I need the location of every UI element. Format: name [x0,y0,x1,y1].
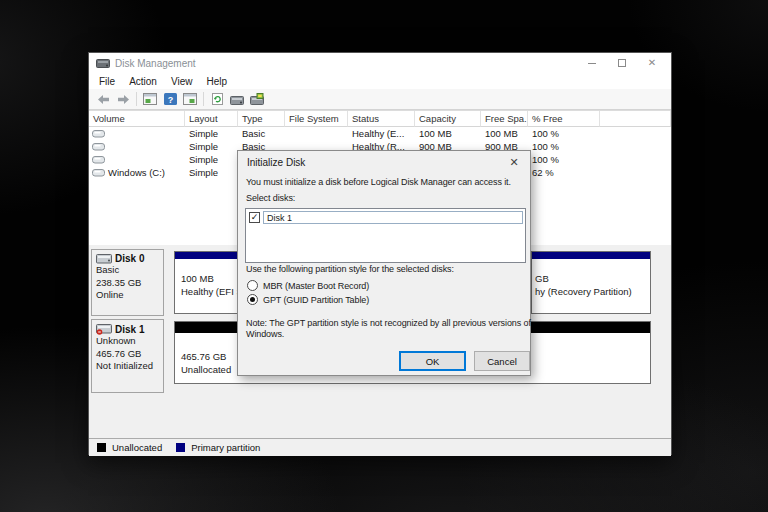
help-icon: ? [164,93,177,105]
table-cell: Simple [185,166,238,179]
column-header-capacity[interactable]: Capacity [415,111,481,127]
column-header-filler [600,111,671,127]
disk-listbox[interactable]: ✓ Disk 1 [245,208,526,263]
maximize-button[interactable] [607,53,637,73]
column-header-layout[interactable]: Layout [185,111,238,127]
disk-size: 465.76 GB [96,348,163,361]
disk-name: Disk 1 [115,324,144,335]
disk-drive-warning-icon [96,323,112,335]
checkbox-checked-icon[interactable]: ✓ [249,212,260,223]
maximize-icon [618,59,626,67]
radio-selected-icon [247,294,258,305]
disk-tools-icon [250,93,264,105]
disk-icon [230,94,244,105]
partition-efi[interactable]: 100 MB Healthy (EFI S [174,251,241,314]
table-cell [600,153,671,166]
disk-management-tools-button[interactable] [247,90,267,108]
disk-size: 238.35 GB [96,277,163,290]
column-header-type[interactable]: Type [238,111,285,127]
disk-drive-icon [96,253,112,264]
table-cell: 100 MB [415,127,481,140]
gpt-note: Note: The GPT partition style is not rec… [246,318,532,340]
table-cell: 100 % [528,153,600,166]
dialog-title: Initialize Disk [247,157,305,168]
svg-text:?: ? [167,95,173,105]
unallocated-swatch [97,443,106,452]
disk-status: Online [96,289,163,302]
column-header-status[interactable]: Status [348,111,415,127]
menu-view[interactable]: View [164,76,200,87]
disk-name: Disk 0 [115,253,144,264]
dialog-title-bar[interactable]: Initialize Disk [238,151,530,173]
disk-properties-button[interactable] [227,90,247,108]
table-cell: Simple [185,140,238,153]
dialog-close-button[interactable]: ✕ [506,154,522,170]
disk0-label-panel[interactable]: Disk 0 Basic 238.35 GB Online [91,249,164,316]
menu-action[interactable]: Action [122,76,164,87]
forward-button[interactable] [113,90,133,108]
show-action-pane-button[interactable] [180,90,200,108]
disk1-label-panel[interactable]: Disk 1 Unknown 465.76 GB Not Initialized [91,319,164,393]
table-cell [600,127,671,140]
partition-style-label: Use the following partition style for th… [246,264,531,274]
desktop-wallpaper: Disk Management ✕ File Action View Help [0,0,768,512]
forward-icon [117,94,130,105]
help-button[interactable]: ? [160,90,180,108]
legend-label: Primary partition [191,442,260,453]
toolbar: ? [89,89,671,110]
title-bar[interactable]: Disk Management ✕ [89,53,671,73]
menu-file[interactable]: File [92,76,122,87]
radio-unselected-icon [247,280,258,291]
table-cell: 100 MB [481,127,528,140]
initialize-disk-dialog: Initialize Disk ✕ You must initialize a … [237,150,531,376]
table-cell [600,166,671,179]
window-title: Disk Management [115,58,196,69]
refresh-button[interactable] [207,90,227,108]
radio-gpt[interactable]: GPT (GUID Partition Table) [247,294,369,305]
disk-status: Not Initialized [96,360,163,373]
select-disks-label: Select disks: [246,193,295,203]
column-header-pct-free[interactable]: % Free [528,111,600,127]
refresh-icon [211,93,224,105]
table-cell: 100 % [528,127,600,140]
table-cell: Simple [185,127,238,140]
partition-recovery[interactable]: GB hy (Recovery Partition) [531,251,651,314]
table-cell: 62 % [528,166,600,179]
column-header-free-space[interactable]: Free Spa... [481,111,528,127]
console-window-icon [143,93,157,105]
back-icon [97,94,110,105]
volume-icon [92,142,105,151]
toolbar-separator [203,92,204,106]
close-icon: ✕ [648,58,656,68]
minimize-button[interactable] [577,53,607,73]
table-cell [285,127,348,140]
table-cell [600,140,671,153]
radio-mbr[interactable]: MBR (Master Boot Record) [247,280,369,291]
partition-stripe [532,252,650,260]
list-item-disk1[interactable]: ✓ Disk 1 [247,210,524,225]
close-button[interactable]: ✕ [637,53,667,73]
legend-label: Unallocated [112,442,162,453]
disk-item-label: Disk 1 [263,211,523,224]
disk-type: Basic [96,264,163,277]
ok-button[interactable]: OK [399,351,466,371]
menu-bar: File Action View Help [89,73,671,89]
disk-type: Unknown [96,335,163,348]
close-icon: ✕ [509,156,518,169]
volume-icon [92,129,105,138]
column-header-file-system[interactable]: File System [285,111,348,127]
table-row[interactable]: Simple Basic Healthy (E... 100 MB 100 MB… [89,127,671,140]
table-cell: Healthy (E... [348,127,415,140]
dialog-message: You must initialize a disk before Logica… [246,177,531,187]
table-cell: Windows (C:) [89,166,185,179]
disk-management-app-icon [96,58,110,69]
minimize-icon [588,63,596,64]
menu-help[interactable]: Help [199,76,234,87]
cancel-button[interactable]: Cancel [474,351,530,371]
show-console-tree-button[interactable] [140,90,160,108]
table-cell: 100 % [528,140,600,153]
back-button[interactable] [93,90,113,108]
legend-bar: Unallocated Primary partition [89,438,671,456]
volume-icon [92,168,105,177]
column-header-volume[interactable]: Volume [89,111,185,127]
